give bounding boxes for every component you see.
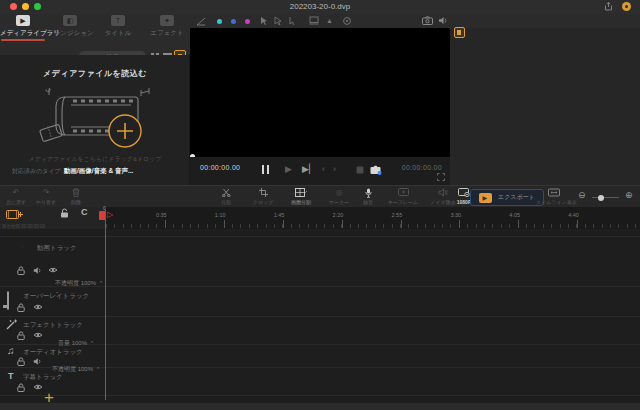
cyan-marker-dot[interactable]: [217, 19, 222, 24]
add-track-icon[interactable]: [6, 209, 23, 220]
screen-split-icon: [284, 188, 318, 198]
ruler-tick-label: 1:10: [215, 212, 226, 218]
panel-tab-bar: ▶ メディアライブラリ ◧ トランジション T タイトル ✦ エフェクト + −…: [0, 14, 190, 55]
export-button[interactable]: エクスポート: [470, 189, 544, 206]
guide-lines-icon[interactable]: [196, 16, 206, 26]
track2-visibility-icon[interactable]: [33, 303, 43, 312]
timeline-header-bar: C 再生時間 00:00:00:00: [0, 207, 106, 229]
ruler-major-tick: [224, 220, 225, 228]
share-icon[interactable]: [604, 2, 613, 11]
fullscreen-icon[interactable]: [437, 173, 445, 181]
supported-types: 対応済みのタイプ: 動画/画像/音楽 & 音声...: [12, 167, 133, 176]
stop-button[interactable]: [356, 166, 364, 174]
transitions-icon: ◧: [63, 15, 77, 26]
screen-split-button[interactable]: 画面分割: [284, 188, 318, 205]
current-time: 00:00:00.00: [200, 164, 240, 171]
track3-lock-icon[interactable]: [17, 331, 27, 340]
track1-visibility-icon[interactable]: [48, 266, 58, 275]
zoom-in-icon[interactable]: ⊕: [625, 190, 633, 200]
visibility-icon[interactable]: [342, 16, 352, 26]
lane-separator: [0, 395, 640, 396]
active-tab-underline: [1, 39, 45, 41]
track5-lock-icon[interactable]: [17, 383, 27, 392]
step-forward-button[interactable]: ›: [333, 163, 336, 175]
undo-button[interactable]: ↶ 元に戻す: [3, 188, 29, 205]
snapshot-icon[interactable]: [370, 165, 382, 175]
image-overlay-icon[interactable]: ▲: [326, 16, 333, 26]
device-screen-icon[interactable]: [309, 16, 319, 25]
ruler-tick-label: 1:45: [274, 212, 285, 218]
next-frame-button[interactable]: ▶▏: [302, 163, 316, 175]
step-back-button[interactable]: ‹: [322, 163, 325, 175]
playhead-line[interactable]: [105, 210, 106, 400]
toggle-right-panel-icon[interactable]: [454, 27, 465, 38]
cursor-select-icon[interactable]: [287, 16, 297, 26]
track2-lock-icon[interactable]: [17, 303, 27, 312]
zoom-slider-knob[interactable]: [598, 195, 604, 201]
export-icon: [479, 193, 492, 203]
tab-label: エフェクト: [144, 29, 190, 38]
filmstrip-illustration: [37, 85, 155, 151]
titles-icon: T: [111, 15, 125, 26]
blue-marker-dot[interactable]: [231, 19, 236, 24]
drop-hint-text: メディアファイルをこちらにドラッグ&ドロップ: [0, 155, 190, 164]
record-button[interactable]: 録音: [356, 188, 380, 205]
marker-button[interactable]: ◎ マーカー: [324, 188, 354, 205]
account-icon[interactable]: [622, 2, 631, 11]
tab-transitions[interactable]: ◧ トランジション: [47, 15, 93, 38]
tab-media-library[interactable]: ▶ メディアライブラリ: [0, 15, 46, 38]
lock-all-tracks-icon[interactable]: [60, 208, 69, 218]
play-button[interactable]: ▶: [285, 163, 292, 175]
magenta-marker-dot[interactable]: [245, 19, 250, 24]
timeline: C 再生時間 00:00:00:00 0:351:101:452:202:553…: [0, 207, 640, 403]
ruler-major-tick: [459, 220, 460, 228]
keyframe-button[interactable]: キーフレーム: [384, 188, 422, 205]
ruler-tick-label: 2:55: [392, 212, 403, 218]
zoom-out-icon[interactable]: ⊖: [578, 190, 586, 200]
lane-separator: [0, 236, 640, 237]
ruler-major-tick: [577, 220, 578, 228]
split-button[interactable]: 分割: [212, 188, 240, 205]
track5-visibility-icon[interactable]: [33, 383, 43, 392]
fit-timeline-button[interactable]: タイムライン表示: [536, 188, 572, 205]
track3-visibility-icon[interactable]: [33, 331, 43, 340]
pause-button[interactable]: [260, 165, 270, 177]
track1-mute-icon[interactable]: [33, 266, 43, 275]
import-media-title: メディアファイルを読込む: [0, 68, 190, 79]
ruler-major-tick: [518, 220, 519, 228]
speaker-icon[interactable]: [438, 16, 448, 25]
cursor-remove-icon[interactable]: [273, 16, 283, 26]
track-label: オーバーレイトラック: [23, 292, 89, 301]
redo-icon: ↷: [33, 188, 59, 198]
track4-mute-icon[interactable]: [33, 357, 43, 366]
media-library-panel[interactable]: メディアファイルを読込む: [0, 55, 190, 185]
crop-icon: [248, 188, 278, 198]
app-window: 202203-20-0.dvp ▶ メディアライブラリ ◧ トランジション T …: [0, 0, 640, 410]
camera-icon[interactable]: [422, 16, 433, 25]
titlebar: 202203-20-0.dvp: [0, 0, 640, 14]
preview-controls: 00:00:00.00 00:00:00.00 ▶ ▶▏ ‹ ›: [190, 157, 450, 185]
redo-button[interactable]: ↷ やり直す: [33, 188, 59, 205]
track-label: 動画トラック: [37, 244, 77, 253]
preview-canvas[interactable]: [190, 28, 450, 157]
tab-label: メディアライブラリ: [0, 29, 46, 38]
delete-button[interactable]: 削除: [63, 188, 89, 205]
lane-separator: [0, 344, 640, 345]
media-library-icon: ▶: [16, 15, 30, 26]
tab-titles[interactable]: T タイトル: [95, 15, 141, 38]
tab-effects[interactable]: ✦ エフェクト: [144, 15, 190, 38]
ruler-major-tick: [342, 220, 343, 228]
timeline-zoom-slider[interactable]: [592, 197, 619, 198]
horizontal-scrollbar[interactable]: [0, 403, 640, 410]
supported-types-value: 動画/画像/音楽 & 音声...: [64, 167, 133, 174]
track-label: 字幕トラック: [23, 373, 63, 382]
playhead-arrow-icon: ▷: [107, 210, 113, 220]
crop-button[interactable]: クロップ: [248, 188, 278, 205]
timeline-ruler[interactable]: 0:351:101:452:202:553:304:054:40: [106, 207, 640, 229]
render-preview-icon[interactable]: C: [81, 207, 88, 217]
track1-lock-icon[interactable]: [17, 266, 27, 275]
track-label: エフェクトトラック: [23, 321, 83, 330]
track4-lock-icon[interactable]: [17, 357, 27, 366]
cursor-add-icon[interactable]: [259, 16, 269, 26]
ruler-tick-label: 2:20: [333, 212, 344, 218]
